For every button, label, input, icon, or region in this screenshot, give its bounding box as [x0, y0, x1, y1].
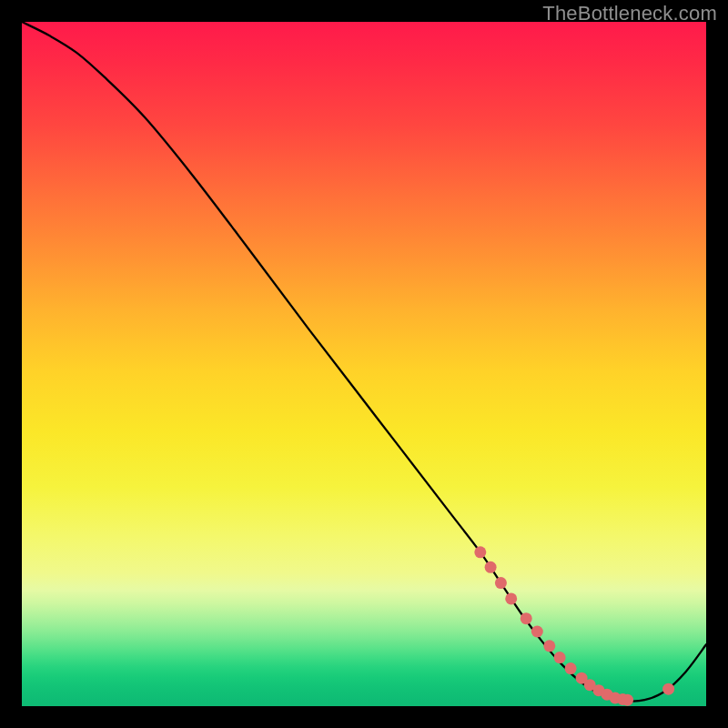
- highlight-scatter: [474, 546, 674, 705]
- highlight-point: [521, 612, 532, 624]
- highlight-point: [485, 561, 497, 573]
- highlight-point: [622, 694, 633, 706]
- highlight-point: [474, 546, 486, 558]
- highlight-point: [554, 652, 566, 663]
- curve-layer: [22, 22, 706, 706]
- highlight-point: [495, 577, 507, 589]
- chart-frame: TheBottleneck.com: [0, 0, 728, 728]
- highlight-point: [505, 592, 517, 604]
- plot-area: [22, 22, 706, 706]
- highlight-point: [662, 683, 674, 695]
- highlight-point: [531, 626, 543, 638]
- highlight-point: [565, 662, 577, 674]
- bottleneck-curve: [22, 22, 706, 702]
- highlight-point: [543, 640, 555, 652]
